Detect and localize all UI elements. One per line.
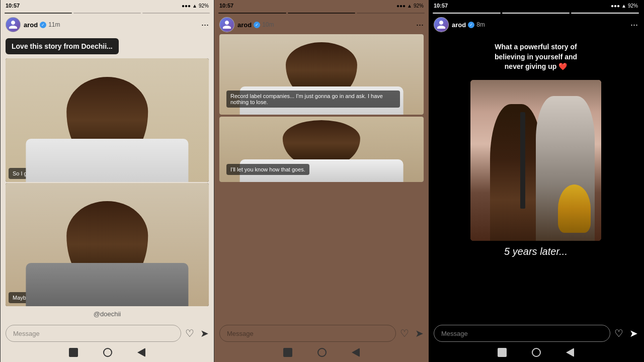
- status-icons-2: ●●● ▲ 92%: [396, 3, 424, 9]
- story-header-1: arod ✓ 11m ···: [1, 15, 214, 34]
- battery-text-2: 92%: [414, 3, 424, 9]
- message-placeholder-3: Message: [441, 330, 468, 337]
- time-ago-1: 11m: [48, 21, 60, 28]
- battery-text-3: 92%: [628, 3, 638, 9]
- verified-icon-1: ✓: [40, 22, 46, 28]
- verified-icon-3: ✓: [468, 22, 474, 28]
- phone-panel-2: 10:57 ●●● ▲ 92% arod ✓ 10m ···: [214, 0, 429, 362]
- subtitle-4: I'll let you know how that goes.: [226, 164, 309, 175]
- progress-seg-2-3: [357, 13, 425, 14]
- verified-icon-2: ✓: [254, 22, 260, 28]
- story-caption-1: Love this story from Doechii...: [6, 38, 119, 54]
- progress-seg-3-2: [502, 13, 570, 14]
- status-icons-1: ●●● ▲ 92%: [182, 3, 209, 9]
- user-info-1: arod ✓ 11m: [24, 21, 60, 29]
- progress-seg-2: [73, 13, 141, 14]
- mention-tag-1[interactable]: @doechii: [6, 306, 209, 322]
- video-stack-1: So I got fired today. Who cares. Maybe t…: [6, 58, 209, 306]
- status-bar-2: 10:57 ●●● ▲ 92%: [214, 0, 429, 11]
- wifi-icon-3: ▲: [621, 3, 626, 9]
- nav-triangle-1[interactable]: [137, 348, 145, 357]
- message-input-1[interactable]: Message: [6, 325, 181, 342]
- time-2: 10:57: [219, 3, 233, 9]
- progress-seg-3-3: [571, 13, 639, 14]
- avatar-3: [434, 17, 449, 32]
- nav-circle-3[interactable]: [532, 348, 541, 357]
- send-icon-2[interactable]: ➤: [415, 327, 424, 339]
- avatar-2: [219, 17, 234, 32]
- story-progress-2: [214, 11, 429, 15]
- story-text-box-3: What a powerful story of believing in yo…: [480, 37, 591, 77]
- avatar-1: [6, 17, 21, 32]
- more-button-2[interactable]: ···: [416, 20, 424, 30]
- send-icon-3[interactable]: ➤: [629, 327, 638, 339]
- nav-square-3[interactable]: [498, 348, 507, 357]
- time-1: 10:57: [6, 3, 20, 9]
- user-info-3: arod ✓ 8m: [452, 21, 485, 29]
- message-input-2[interactable]: Message: [219, 325, 396, 342]
- more-button-1[interactable]: ···: [201, 20, 209, 30]
- video-frame-2: Maybe tomorrow I'm just gonna go to a wh…: [6, 183, 209, 307]
- bottom-bar-2: Message ♡ ➤: [214, 322, 429, 362]
- five-years-text-3: 5 years later...: [504, 241, 568, 262]
- video-stack-2: Record label companies... I'm just gonna…: [219, 34, 424, 322]
- signal-icon-3: ●●●: [611, 3, 620, 9]
- battery-text-1: 92%: [199, 3, 209, 9]
- award-photo-3: [470, 80, 601, 241]
- nav-square-1[interactable]: [69, 348, 78, 357]
- story-progress-1: [1, 11, 214, 15]
- story-content-3: What a powerful story of believing in yo…: [429, 34, 643, 322]
- heart-icon-1[interactable]: ♡: [185, 327, 194, 339]
- progress-seg-3-1: [433, 13, 501, 14]
- wifi-icon-2: ▲: [407, 3, 412, 9]
- time-ago-2: 10m: [262, 21, 274, 28]
- status-bar-3: 10:57 ●●● ▲ 92%: [429, 0, 643, 11]
- video-frame-4: I'll let you know how that goes.: [219, 117, 424, 182]
- username-1: arod: [24, 21, 38, 29]
- progress-seg-2-2: [288, 13, 356, 14]
- message-row-1: Message ♡ ➤: [6, 325, 209, 342]
- nav-triangle-3[interactable]: [566, 348, 574, 357]
- username-3: arod: [452, 21, 466, 29]
- story-content-2: Record label companies... I'm just gonna…: [214, 34, 429, 322]
- heart-icon-2[interactable]: ♡: [400, 327, 409, 339]
- message-row-3: Message ♡ ➤: [434, 325, 638, 342]
- message-input-3[interactable]: Message: [434, 325, 610, 342]
- story-header-3: arod ✓ 8m ···: [429, 15, 643, 34]
- progress-seg-1: [5, 13, 72, 14]
- action-icons-1: ♡ ➤: [185, 327, 209, 339]
- progress-seg-2-1: [218, 13, 286, 14]
- send-icon-1[interactable]: ➤: [200, 327, 209, 339]
- nav-bar-1: [6, 345, 209, 359]
- time-ago-3: 8m: [476, 21, 485, 28]
- nav-square-2[interactable]: [283, 348, 292, 357]
- nav-circle-1[interactable]: [103, 348, 112, 357]
- story-header-2: arod ✓ 10m ···: [214, 15, 429, 34]
- time-3: 10:57: [434, 3, 448, 9]
- wifi-icon-1: ▲: [192, 3, 197, 9]
- action-icons-3: ♡ ➤: [614, 327, 638, 339]
- username-2: arod: [237, 21, 252, 29]
- bottom-bar-3: Message ♡ ➤: [429, 322, 643, 362]
- message-placeholder-1: Message: [13, 330, 40, 337]
- message-row-2: Message ♡ ➤: [219, 325, 424, 342]
- action-icons-2: ♡ ➤: [400, 327, 424, 339]
- signal-icon-2: ●●●: [396, 3, 406, 9]
- video-frame-3: Record label companies... I'm just gonna…: [219, 34, 424, 115]
- story-content-1: Love this story from Doechii... So I got…: [1, 34, 214, 322]
- subtitle-3: Record label companies... I'm just gonna…: [226, 90, 400, 108]
- user-info-2: arod ✓ 10m: [237, 21, 274, 29]
- nav-circle-2[interactable]: [317, 348, 327, 357]
- status-bar-1: 10:57 ●●● ▲ 92%: [1, 0, 214, 11]
- status-icons-3: ●●● ▲ 92%: [611, 3, 638, 9]
- nav-bar-2: [219, 345, 424, 359]
- bottom-bar-1: Message ♡ ➤: [1, 322, 214, 362]
- nav-triangle-2[interactable]: [352, 348, 360, 357]
- phone-panel-1: 10:57 ●●● ▲ 92% arod ✓ 11m ··· Love this: [0, 0, 214, 362]
- story-user-2: arod ✓ 10m: [219, 17, 274, 32]
- video-frame-1: So I got fired today. Who cares.: [6, 58, 209, 182]
- nav-bar-3: [434, 345, 638, 359]
- heart-icon-3[interactable]: ♡: [614, 327, 623, 339]
- story-user-1: arod ✓ 11m: [6, 17, 60, 32]
- more-button-3[interactable]: ···: [630, 20, 638, 30]
